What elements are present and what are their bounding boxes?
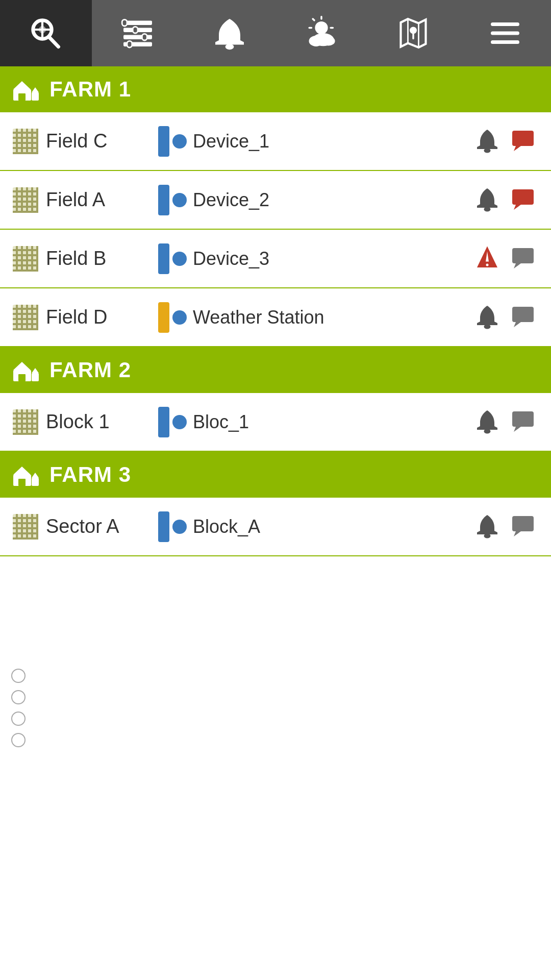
svg-rect-27	[491, 22, 519, 26]
svg-point-23	[322, 36, 335, 45]
device-info: Block_A	[153, 511, 474, 542]
chat-action-icon	[510, 513, 536, 538]
svg-marker-97	[32, 368, 39, 373]
svg-point-76	[486, 263, 489, 266]
table-row[interactable]: Field D Weather Station	[0, 288, 551, 347]
chat-action[interactable]	[510, 408, 536, 436]
chat-action[interactable]	[510, 304, 536, 331]
svg-rect-29	[491, 40, 519, 44]
svg-rect-115	[32, 478, 39, 486]
device-name-label: Device_3	[193, 248, 269, 270]
row-actions	[474, 513, 541, 541]
svg-point-60	[484, 207, 491, 211]
svg-rect-110	[512, 411, 534, 427]
search-icon	[28, 15, 64, 51]
chat-action-icon	[510, 128, 536, 153]
nav-search[interactable]	[0, 0, 92, 66]
thumb-dot	[172, 415, 187, 429]
filter-icon	[120, 15, 156, 51]
chat-action[interactable]	[510, 245, 536, 273]
device-name-label: Device_2	[193, 189, 269, 211]
nav-notifications[interactable]	[184, 0, 276, 66]
map-icon	[395, 15, 431, 51]
chat-action[interactable]	[510, 128, 536, 155]
field-name-label: Field B	[41, 248, 153, 270]
field-hatch-icon	[13, 246, 38, 272]
bell-action[interactable]	[474, 304, 500, 331]
farm-header-farm3: FARM 3	[0, 452, 551, 498]
field-name-label: Field C	[41, 130, 153, 152]
device-info: Weather Station	[153, 302, 474, 333]
field-name-label: Block 1	[41, 411, 153, 433]
svg-rect-77	[512, 248, 534, 263]
field-hatch-icon	[13, 305, 38, 330]
thumb-dot	[172, 520, 187, 534]
svg-marker-31	[13, 81, 31, 89]
svg-rect-33	[32, 92, 39, 101]
farm-icon	[12, 359, 40, 382]
svg-marker-34	[32, 87, 39, 92]
svg-marker-48	[514, 146, 521, 151]
device-info: Device_3	[153, 243, 474, 274]
svg-marker-92	[514, 322, 521, 327]
table-row[interactable]: Field C Device_1	[0, 112, 551, 171]
svg-point-22	[309, 36, 323, 46]
table-row[interactable]: Field B Device_3	[0, 230, 551, 288]
device-thumb	[158, 126, 187, 157]
device-info: Bloc_1	[153, 407, 474, 437]
svg-rect-96	[32, 373, 39, 381]
farm-title: FARM 1	[49, 77, 131, 102]
svg-point-26	[410, 27, 417, 34]
table-row[interactable]: Block 1 Bloc_1	[0, 393, 551, 452]
chat-action[interactable]	[510, 513, 536, 541]
table-row[interactable]: Sector A Block_A	[0, 498, 551, 556]
svg-rect-91	[512, 307, 534, 322]
field-hatch-wrap	[10, 305, 41, 330]
svg-rect-28	[491, 32, 519, 35]
svg-point-128	[484, 533, 491, 538]
bell-action[interactable]	[474, 128, 500, 155]
bell-action[interactable]	[474, 513, 500, 541]
bell-action[interactable]	[474, 408, 500, 436]
svg-marker-62	[514, 205, 521, 210]
nav-map[interactable]	[367, 0, 459, 66]
svg-rect-114	[18, 479, 26, 486]
scroll-indicator	[11, 669, 26, 747]
device-info: Device_1	[153, 126, 474, 157]
svg-rect-61	[512, 189, 534, 205]
menu-icon	[487, 15, 523, 51]
nav-weather[interactable]	[276, 0, 367, 66]
nav-filter[interactable]	[92, 0, 184, 66]
table-row[interactable]: Field A Device_2	[0, 171, 551, 230]
bell-action-icon	[474, 513, 500, 538]
nav-menu[interactable]	[459, 0, 551, 66]
chat-action-icon	[510, 186, 536, 212]
svg-line-19	[313, 19, 314, 20]
svg-point-14	[315, 21, 328, 34]
chat-action-icon	[510, 408, 536, 434]
field-hatch-wrap	[10, 129, 41, 154]
svg-rect-7	[123, 35, 152, 39]
chat-action[interactable]	[510, 186, 536, 214]
bell-action[interactable]	[474, 186, 500, 214]
device-thumb	[158, 302, 187, 333]
svg-rect-12	[127, 41, 132, 47]
row-actions	[474, 128, 541, 155]
field-hatch-wrap	[10, 187, 41, 213]
farm-icon	[12, 463, 40, 486]
field-hatch-icon	[13, 187, 38, 213]
svg-marker-113	[13, 467, 31, 475]
thumb-bar	[158, 511, 169, 542]
scroll-dot-1	[11, 669, 26, 683]
bell-action[interactable]	[474, 245, 500, 273]
bell-action-icon	[474, 304, 500, 329]
scroll-dot-3	[11, 712, 26, 726]
svg-point-109	[484, 429, 491, 433]
thumb-bar	[158, 243, 169, 274]
chat-action-icon	[510, 304, 536, 329]
top-navigation	[0, 0, 551, 66]
svg-marker-130	[514, 531, 521, 536]
farm-header-farm1: FARM 1	[0, 66, 551, 112]
device-info: Device_2	[153, 185, 474, 215]
farm-list: FARM 1 Field C Device_1	[0, 66, 551, 556]
